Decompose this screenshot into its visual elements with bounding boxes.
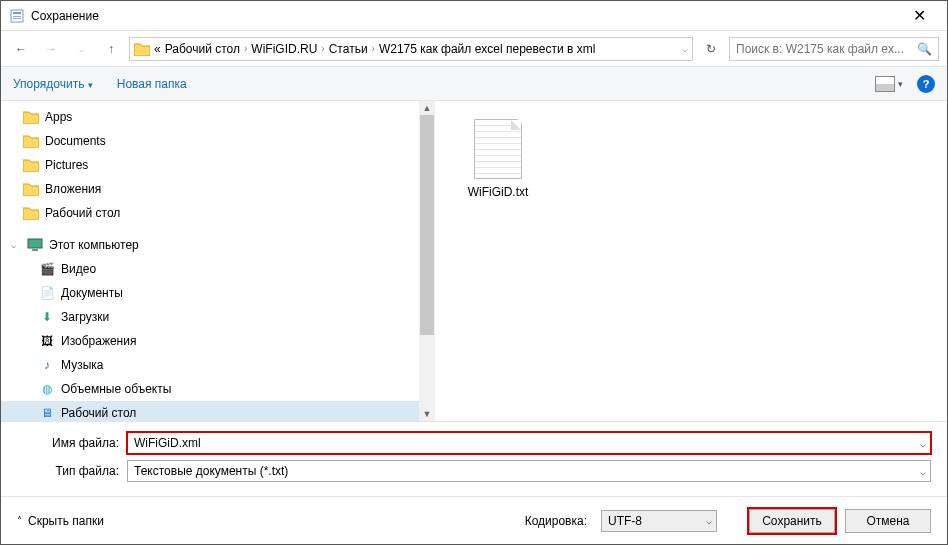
search-input[interactable]	[736, 42, 911, 56]
filename-input[interactable]: ⌵	[127, 432, 931, 454]
chevron-down-icon[interactable]: ⌵	[920, 438, 926, 449]
hide-folders-label: Скрыть папки	[28, 514, 104, 528]
chevron-right-icon: ›	[244, 43, 247, 54]
scroll-up-icon[interactable]: ▲	[419, 101, 435, 115]
documents-icon: 📄	[39, 286, 55, 300]
encoding-label: Кодировка:	[525, 514, 587, 528]
tree-label: Documents	[45, 134, 106, 148]
tree-label: Документы	[61, 286, 123, 300]
app-icon	[9, 8, 25, 24]
tree-item[interactable]: Apps	[1, 105, 421, 129]
svg-rect-1	[13, 12, 21, 14]
back-button[interactable]: ←	[9, 37, 33, 61]
folder-icon	[134, 42, 150, 56]
chevron-up-icon: ˄	[17, 515, 22, 526]
3d-icon: ◍	[39, 382, 55, 396]
splitter[interactable]: ▲ ▼	[421, 101, 435, 421]
breadcrumb-prefix: «	[154, 42, 161, 56]
tree-item[interactable]: ⬇Загрузки	[1, 305, 421, 329]
downloads-icon: ⬇	[39, 310, 55, 324]
nav-bar: ← → ⌵ ↑ « Рабочий стол› WiFiGID.RU› Стат…	[1, 31, 947, 67]
close-button[interactable]: ✕	[899, 6, 939, 25]
up-button[interactable]: ↑	[99, 37, 123, 61]
svg-rect-5	[32, 249, 38, 251]
encoding-value: UTF-8	[608, 514, 642, 528]
crumb-0[interactable]: Рабочий стол	[165, 42, 240, 56]
folder-icon	[23, 206, 39, 220]
filetype-select[interactable]: Текстовые документы (*.txt) ⌵	[127, 460, 931, 482]
footer: ˄ Скрыть папки Кодировка: UTF-8 ⌵ Сохран…	[1, 496, 947, 544]
tree-item[interactable]: ♪Музыка	[1, 353, 421, 377]
tree-item[interactable]: 🖼Изображения	[1, 329, 421, 353]
folder-icon	[23, 158, 39, 172]
folder-tree[interactable]: Apps Documents Pictures Вложения Рабочий…	[1, 101, 421, 421]
svg-rect-4	[28, 239, 42, 248]
scrollbar[interactable]: ▲ ▼	[419, 101, 435, 421]
scroll-down-icon[interactable]: ▼	[419, 407, 435, 421]
music-icon: ♪	[39, 358, 55, 372]
tree-label: Вложения	[45, 182, 101, 196]
tree-label: Рабочий стол	[45, 206, 120, 220]
tree-item-pc[interactable]: ⌵Этот компьютер	[1, 233, 421, 257]
search-icon: 🔍	[917, 42, 932, 56]
crumb-1[interactable]: WiFiGID.RU	[251, 42, 317, 56]
folder-icon	[23, 110, 39, 124]
encoding-select[interactable]: UTF-8 ⌵	[601, 510, 717, 532]
cancel-button[interactable]: Отмена	[845, 509, 931, 533]
tree-item[interactable]: Pictures	[1, 153, 421, 177]
filename-field[interactable]	[134, 436, 924, 450]
content-pane[interactable]: WiFiGiD.txt	[435, 101, 947, 421]
crumb-2[interactable]: Статьи	[329, 42, 368, 56]
tree-label: Объемные объекты	[61, 382, 171, 396]
tree-item[interactable]: Documents	[1, 129, 421, 153]
crumb-3[interactable]: W2175 как файл excel перевести в xml	[379, 42, 595, 56]
filetype-label: Тип файла:	[17, 464, 127, 478]
filetype-value: Текстовые документы (*.txt)	[134, 464, 288, 478]
title-bar: Сохранение ✕	[1, 1, 947, 31]
help-button[interactable]: ?	[917, 75, 935, 93]
tree-label: Изображения	[61, 334, 136, 348]
computer-icon	[27, 238, 43, 252]
toolbar: Упорядочить ▾ Новая папка ▾ ?	[1, 67, 947, 101]
hide-folders-button[interactable]: ˄ Скрыть папки	[17, 514, 104, 528]
file-name: WiFiGiD.txt	[453, 185, 543, 199]
breadcrumb-bar[interactable]: « Рабочий стол› WiFiGID.RU› Статьи› W217…	[129, 37, 693, 61]
tree-label: Рабочий стол	[61, 406, 136, 420]
search-box[interactable]: 🔍	[729, 37, 939, 61]
tree-item[interactable]: ◍Объемные объекты	[1, 377, 421, 401]
tree-label: Pictures	[45, 158, 88, 172]
window-title: Сохранение	[31, 9, 899, 23]
tree-item[interactable]: 📄Документы	[1, 281, 421, 305]
svg-rect-2	[13, 16, 21, 17]
chevron-down-icon[interactable]: ⌵	[706, 515, 712, 526]
file-item[interactable]: WiFiGiD.txt	[453, 119, 543, 199]
tree-label: Видео	[61, 262, 96, 276]
tree-label: Этот компьютер	[49, 238, 139, 252]
path-dropdown[interactable]: ⌵	[682, 43, 688, 54]
folder-icon	[23, 134, 39, 148]
tree-item[interactable]: Вложения	[1, 177, 421, 201]
organize-menu[interactable]: Упорядочить ▾	[13, 77, 93, 91]
tree-label: Музыка	[61, 358, 103, 372]
text-file-icon	[474, 119, 522, 179]
forward-button[interactable]: →	[39, 37, 63, 61]
pictures-icon: 🖼	[39, 334, 55, 348]
recent-dropdown[interactable]: ⌵	[69, 37, 93, 61]
filename-label: Имя файла:	[17, 436, 127, 450]
tree-item[interactable]: 🎬Видео	[1, 257, 421, 281]
svg-rect-3	[13, 18, 21, 19]
form-area: Имя файла: ⌵ Тип файла: Текстовые докуме…	[1, 421, 947, 496]
refresh-button[interactable]: ↻	[699, 42, 723, 56]
scroll-thumb[interactable]	[420, 115, 434, 335]
view-button[interactable]: ▾	[875, 76, 903, 92]
tree-item-selected[interactable]: 🖥Рабочий стол	[1, 401, 421, 421]
tree-item[interactable]: Рабочий стол	[1, 201, 421, 225]
chevron-down-icon[interactable]: ⌵	[920, 466, 926, 477]
tree-label: Apps	[45, 110, 72, 124]
desktop-icon: 🖥	[39, 406, 55, 420]
save-button[interactable]: Сохранить	[749, 509, 835, 533]
tree-label: Загрузки	[61, 310, 109, 324]
new-folder-button[interactable]: Новая папка	[117, 77, 187, 91]
view-icon	[875, 76, 895, 92]
expand-icon[interactable]: ⌵	[11, 240, 21, 250]
